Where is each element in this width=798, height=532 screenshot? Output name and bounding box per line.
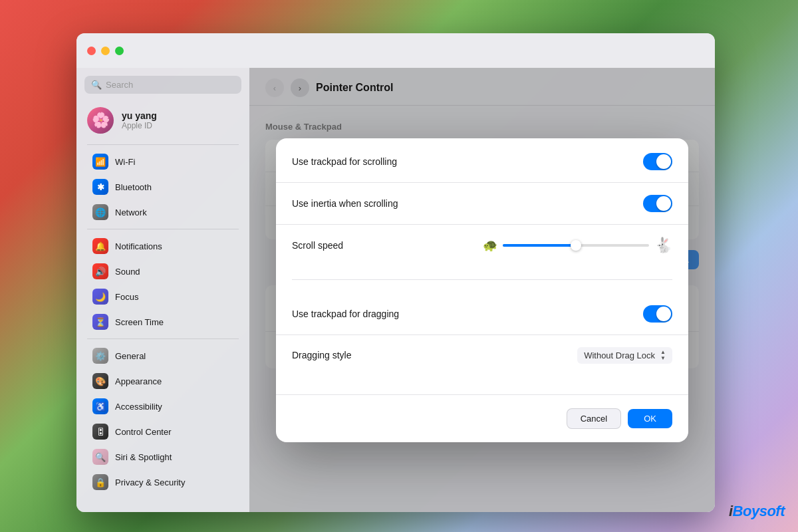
sidebar-label-sound: Sound: [115, 267, 140, 277]
modal-divider-1: [276, 182, 688, 183]
sidebar-divider-3: [87, 338, 239, 339]
sound-icon: 🔊: [92, 263, 108, 279]
trackpad-scrolling-label: Use trackpad for scrolling: [292, 156, 397, 167]
notifications-icon: 🔔: [92, 238, 108, 254]
modal-overlay: Use trackpad for scrolling Use inertia w…: [249, 68, 715, 512]
modal-footer: Cancel OK: [276, 398, 688, 442]
focus-icon: 🌙: [92, 289, 108, 305]
window-body: 🔍 Search 🌸 yu yang Apple ID 📶 Wi-Fi: [76, 68, 715, 512]
sidebar-item-notifications[interactable]: 🔔 Notifications: [82, 233, 244, 259]
user-info: yu yang Apple ID: [122, 110, 157, 130]
sidebar-item-bluetooth[interactable]: ✱ Bluetooth: [82, 174, 244, 200]
sidebar-label-privacy: Privacy & Security: [115, 477, 185, 487]
scroll-slider-fill: [503, 244, 576, 247]
scroll-slider-thumb[interactable]: [571, 240, 581, 251]
modal-row-dragging-style: Dragging style Without Drag Lock ▲ ▼: [276, 338, 688, 373]
sidebar-item-wifi[interactable]: 📶 Wi-Fi: [82, 149, 244, 174]
arrow-up-icon: ▲: [660, 350, 666, 355]
appearance-icon: 🎨: [92, 373, 108, 389]
minimize-button[interactable]: [101, 47, 110, 55]
inertia-scrolling-label: Use inertia when scrolling: [292, 198, 398, 209]
search-icon: 🔍: [91, 80, 102, 90]
title-bar: [76, 33, 715, 68]
inertia-scrolling-toggle[interactable]: [643, 195, 672, 212]
sidebar-item-screentime[interactable]: ⏳ Screen Time: [82, 309, 244, 334]
sidebar-label-controlcenter: Control Center: [115, 427, 172, 437]
arrow-down-icon: ▼: [660, 356, 666, 361]
sidebar-divider-1: [87, 144, 239, 145]
trackpad-dragging-label: Use trackpad for dragging: [292, 309, 399, 319]
modal-row-trackpad-dragging: Use trackpad for dragging: [276, 296, 688, 332]
sidebar-item-sound[interactable]: 🔊 Sound: [82, 259, 244, 284]
privacy-icon: 🔒: [92, 474, 108, 490]
sidebar-label-screentime: Screen Time: [115, 317, 164, 327]
selector-arrows: ▲ ▼: [660, 350, 666, 361]
modal-section-gap: [276, 269, 688, 279]
sidebar-label-network: Network: [115, 207, 147, 217]
scroll-fast-icon: 🐇: [654, 237, 672, 254]
trackpad-scrolling-toggle[interactable]: [643, 153, 672, 170]
scroll-slow-icon: 🐢: [483, 238, 497, 253]
sidebar-item-privacy[interactable]: 🔒 Privacy & Security: [82, 469, 244, 495]
sidebar-item-focus[interactable]: 🌙 Focus: [82, 284, 244, 309]
main-window: 🔍 Search 🌸 yu yang Apple ID 📶 Wi-Fi: [76, 33, 715, 512]
network-icon: 🌐: [92, 204, 108, 220]
controlcenter-icon: 🎛: [92, 424, 108, 440]
modal-bottom-gap: [276, 378, 688, 392]
screentime-icon: ⏳: [92, 314, 108, 330]
scroll-slider-track[interactable]: [503, 244, 649, 247]
sidebar-label-focus: Focus: [115, 292, 138, 302]
trackpad-dragging-toggle[interactable]: [643, 305, 672, 323]
modal-row-scroll-speed: Scroll speed 🐢 🐇: [276, 227, 688, 263]
bluetooth-icon: ✱: [92, 179, 108, 195]
search-bar[interactable]: 🔍 Search: [84, 76, 241, 94]
sidebar-label-accessibility: Accessibility: [115, 402, 162, 412]
sidebar: 🔍 Search 🌸 yu yang Apple ID 📶 Wi-Fi: [76, 68, 249, 512]
wifi-icon: 📶: [92, 154, 108, 170]
sidebar-item-controlcenter[interactable]: 🎛 Control Center: [82, 419, 244, 444]
dragging-style-label: Dragging style: [292, 350, 352, 360]
cancel-button[interactable]: Cancel: [567, 408, 621, 429]
sidebar-label-siri: Siri & Spotlight: [115, 452, 172, 462]
avatar: 🌸: [87, 107, 114, 134]
watermark: iBoysoft: [729, 503, 785, 520]
user-profile[interactable]: 🌸 yu yang Apple ID: [76, 102, 249, 139]
modal-row-inertia-scrolling: Use inertia when scrolling: [276, 186, 688, 221]
modal-footer-divider: [276, 394, 688, 395]
modal-row-trackpad-scrolling: Use trackpad for scrolling: [276, 144, 688, 180]
search-placeholder: Search: [106, 80, 133, 90]
scroll-speed-slider[interactable]: 🐢 🐇: [483, 237, 672, 254]
user-name: yu yang: [122, 110, 157, 121]
modal-section-dragging: Use trackpad for dragging Dragging style…: [276, 291, 688, 378]
avatar-icon: 🌸: [92, 112, 110, 129]
sidebar-label-general: General: [115, 351, 146, 361]
general-icon: ⚙️: [92, 348, 108, 364]
dragging-style-selector[interactable]: Without Drag Lock ▲ ▼: [577, 347, 672, 364]
sidebar-item-network[interactable]: 🌐 Network: [82, 200, 244, 225]
modal-divider-2: [276, 224, 688, 225]
maximize-button[interactable]: [115, 47, 124, 55]
modal-section-gap-2: [276, 280, 688, 291]
modal-divider-4: [276, 334, 688, 335]
siri-icon: 🔍: [92, 449, 108, 465]
modal-section-scrolling: Use trackpad for scrolling Use inertia w…: [276, 138, 688, 269]
sidebar-item-siri[interactable]: 🔍 Siri & Spotlight: [82, 444, 244, 469]
main-content: ‹ › Pointer Control Mouse & Trackpad Dou…: [249, 68, 715, 512]
sidebar-label-bluetooth: Bluetooth: [115, 182, 152, 192]
accessibility-icon: ♿: [92, 398, 108, 414]
user-subtitle: Apple ID: [122, 121, 157, 130]
close-button[interactable]: [87, 47, 96, 55]
watermark-suffix: Boysoft: [733, 503, 785, 519]
sidebar-divider-2: [87, 229, 239, 229]
dragging-style-value: Without Drag Lock: [584, 350, 655, 360]
ok-button[interactable]: OK: [628, 409, 672, 428]
sidebar-label-appearance: Appearance: [115, 376, 162, 386]
scroll-speed-label: Scroll speed: [292, 240, 343, 251]
sidebar-label-wifi: Wi-Fi: [115, 157, 135, 167]
sidebar-item-appearance[interactable]: 🎨 Appearance: [82, 368, 244, 394]
sidebar-item-general[interactable]: ⚙️ General: [82, 343, 244, 368]
traffic-lights: [87, 47, 124, 55]
modal-body: Use trackpad for scrolling Use inertia w…: [276, 138, 688, 442]
modal-dialog: Use trackpad for scrolling Use inertia w…: [276, 138, 688, 442]
sidebar-item-accessibility[interactable]: ♿ Accessibility: [82, 394, 244, 419]
